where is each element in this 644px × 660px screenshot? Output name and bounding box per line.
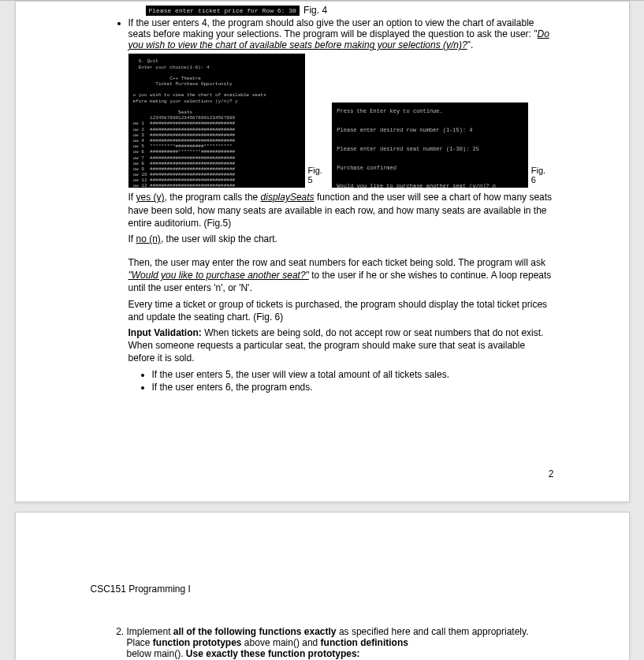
spec-item-2: Implement all of the following functions… xyxy=(127,626,554,660)
page-3: CSC151 Programming I Implement all of th… xyxy=(15,512,630,660)
bullet-list-top: If the user enters 4, the program should… xyxy=(114,17,554,50)
fig5-terminal: 6. Quit Enter your choice(1-6): 4 C++ Th… xyxy=(128,54,305,188)
para-no: If no (n), the user will skip the chart. xyxy=(128,233,554,245)
bullet-option-4: If the user enters 4, the program should… xyxy=(128,17,554,50)
fig4-row: Please enter ticket price for Row 6: 30 … xyxy=(91,5,554,16)
document-viewport: Please enter ticket price for Row 6: 30 … xyxy=(0,0,644,660)
page-2: Please enter ticket price for Row 6: 30 … xyxy=(15,1,630,502)
para-yes: If yes (y), the program calls the displa… xyxy=(128,191,554,229)
page-number: 2 xyxy=(549,468,554,479)
fig4-terminal-strip: Please enter ticket price for Row 6: 30 xyxy=(146,6,300,16)
fig6-label: Fig. 6 xyxy=(530,166,554,188)
course-header: CSC151 Programming I xyxy=(91,584,554,595)
bullet-list-inner: If the user enters 5, the user will view… xyxy=(138,368,554,393)
bullet-option-6: If the user enters 6, the program ends. xyxy=(152,381,554,393)
bullet-option-5: If the user enters 5, the user will view… xyxy=(152,368,554,381)
body-paragraphs: If yes (y), the program calls the displa… xyxy=(128,191,554,393)
para-then1: Then, the user may enter the row and sea… xyxy=(128,256,554,295)
para-then2: Every time a ticket or group of tickets … xyxy=(128,298,554,323)
fig5-label: Fig. 5 xyxy=(307,166,331,188)
fig4-label: Fig. 4 xyxy=(303,5,327,16)
para-input-validation: Input Validation: When tickets are being… xyxy=(128,326,554,365)
fig6-terminal: Press the Enter key to continue. Please … xyxy=(332,103,527,188)
spec-ordered-list: Implement all of the following functions… xyxy=(110,626,554,660)
figure-row-5-6: 6. Quit Enter your choice(1-6): 4 C++ Th… xyxy=(128,54,554,188)
